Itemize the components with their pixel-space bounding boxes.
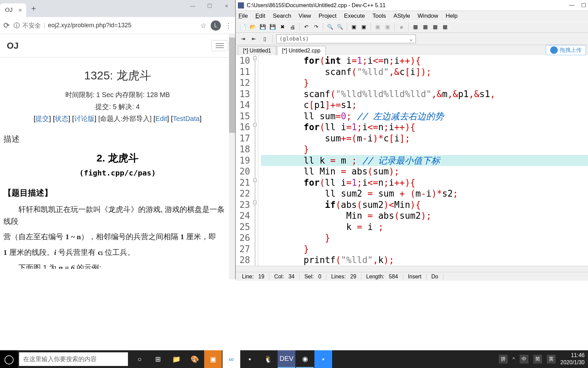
minimize-button[interactable]: — bbox=[569, 2, 574, 9]
taskbar-clock[interactable]: 11:46 2020/1/30 bbox=[560, 352, 585, 366]
ime-indicator[interactable]: 英 bbox=[547, 355, 556, 364]
chrome-icon[interactable]: ◉ bbox=[296, 350, 314, 368]
fold-toggle-icon[interactable]: - bbox=[253, 123, 257, 126]
editor-tab-active[interactable]: [*] Untitled2.cpp bbox=[277, 46, 326, 55]
grid-icon[interactable]: ▦ bbox=[421, 22, 430, 31]
problem-links: [提交] [状态] [讨论版] [命题人:外部导入] [Edit] [TestD… bbox=[3, 114, 232, 123]
zoom-icon[interactable]: ▪ bbox=[314, 350, 332, 368]
grid-icon[interactable]: ▦ bbox=[431, 22, 440, 31]
explorer-icon[interactable]: 📁 bbox=[167, 350, 185, 368]
link-testdata[interactable]: TestData bbox=[173, 115, 200, 122]
tray-chevron-icon[interactable]: ^ bbox=[512, 356, 515, 362]
menu-view[interactable]: View bbox=[299, 13, 311, 19]
cloud-icon bbox=[550, 46, 558, 54]
toggle-icon[interactable]: ▯ bbox=[260, 34, 269, 43]
menu-astyle[interactable]: AStyle bbox=[393, 13, 410, 19]
fold-toggle-icon[interactable]: - bbox=[253, 179, 257, 182]
devcpp-window: C:\Users\86155\Documents\Untitled2.cpp -… bbox=[236, 0, 588, 279]
goto-icon[interactable]: ⇥ bbox=[239, 34, 247, 43]
menu-help[interactable]: Help bbox=[446, 13, 458, 19]
problem-title: 1325: 龙虎斗 bbox=[3, 68, 232, 83]
maximize-button[interactable]: ☐ bbox=[201, 0, 218, 12]
fold-toggle-icon[interactable]: - bbox=[253, 57, 257, 60]
find-icon[interactable]: 🔍 bbox=[326, 22, 334, 31]
link-submit[interactable]: 提交 bbox=[35, 115, 49, 122]
menu-file[interactable]: File bbox=[239, 13, 248, 19]
grid-icon[interactable]: ▦ bbox=[411, 22, 420, 31]
grid-icon[interactable]: ▦ bbox=[441, 22, 450, 31]
print-icon[interactable]: 🖨 bbox=[288, 22, 297, 31]
ime-indicator[interactable]: 中 bbox=[520, 355, 528, 364]
scope-dropdown[interactable]: (globals) ⌄ bbox=[276, 34, 416, 43]
undo-icon[interactable]: ↶ bbox=[302, 22, 311, 31]
close-icon[interactable]: × bbox=[18, 7, 22, 14]
scrollbar-thumb[interactable] bbox=[229, 37, 235, 133]
section-label: 描述 bbox=[3, 134, 232, 144]
debug-icon[interactable]: ▣ bbox=[383, 22, 392, 31]
browser-tab-bar: OJ × + — ☐ × bbox=[0, 0, 235, 17]
fold-toggle-icon[interactable]: - bbox=[253, 201, 257, 204]
menu-execute[interactable]: Execute bbox=[344, 13, 365, 19]
menu-tools[interactable]: Tools bbox=[373, 13, 386, 19]
page-content: 1325: 龙虎斗 时间限制: 1 Sec 内存限制: 128 MB 提交: 5… bbox=[0, 58, 235, 269]
minimize-button[interactable]: — bbox=[184, 0, 201, 12]
editor-tab[interactable]: [*] Untitled1 bbox=[238, 46, 276, 55]
scrollbar[interactable] bbox=[229, 34, 235, 279]
ime-indicator[interactable]: 拼 bbox=[499, 355, 508, 364]
bookmark-icon[interactable]: ⇤ bbox=[249, 34, 258, 43]
reload-icon[interactable]: ⟳ bbox=[3, 21, 10, 30]
new-tab-button[interactable]: + bbox=[31, 4, 36, 13]
menu-icon[interactable]: ⋮ bbox=[225, 21, 232, 30]
menu-project[interactable]: Project bbox=[318, 13, 337, 19]
bookmark-icon[interactable]: ☆ bbox=[200, 21, 207, 30]
qq-icon[interactable]: 🐧 bbox=[259, 350, 277, 368]
debug-icon[interactable]: ▣ bbox=[373, 22, 382, 31]
taskview-icon[interactable]: ⊞ bbox=[149, 350, 167, 368]
menu-window[interactable]: Window bbox=[418, 13, 438, 19]
code-editor[interactable]: 10111213141516171819202122232425262728 -… bbox=[236, 55, 588, 266]
hamburger-menu[interactable] bbox=[211, 40, 228, 51]
close-button[interactable]: × bbox=[218, 0, 235, 12]
menubar: File Edit Search View Project Execute To… bbox=[236, 11, 588, 21]
paint-icon[interactable]: 🎨 bbox=[186, 350, 203, 368]
browser-tab[interactable]: OJ × bbox=[0, 3, 26, 17]
menu-search[interactable]: Search bbox=[273, 13, 291, 19]
app-icon bbox=[238, 2, 244, 9]
maximize-button[interactable]: ☐ bbox=[581, 2, 586, 9]
body-title: 2. 龙虎斗 bbox=[3, 151, 232, 165]
open-file-icon[interactable]: 📂 bbox=[248, 22, 257, 31]
baidu-icon[interactable]: ∞ bbox=[223, 350, 240, 368]
app-icon[interactable]: ▣ bbox=[204, 350, 222, 368]
close-file-icon[interactable]: ✖ bbox=[278, 22, 287, 31]
compile-icon[interactable]: ▣ bbox=[349, 22, 358, 31]
cortana-icon[interactable]: ○ bbox=[131, 350, 148, 368]
url-input[interactable]: ⓘ 不安全 | eoj2.xyz/problem.php?id=1325 bbox=[14, 21, 196, 30]
code-area[interactable]: for(int i=1;i<=n;i++){ scanf("%lld",&c[i… bbox=[258, 55, 588, 266]
devcpp-taskbar-icon[interactable]: DEV bbox=[278, 350, 295, 368]
chevron-down-icon: ⌄ bbox=[409, 35, 413, 42]
start-button[interactable]: ◯ bbox=[0, 350, 18, 368]
taskbar: ◯ 在这里输入你要搜索的内容 ○ ⊞ 📁 🎨 ▣ ∞ ▪ 🐧 DEV ◉ ▪ 拼… bbox=[0, 350, 588, 368]
link-discuss[interactable]: 讨论版 bbox=[74, 115, 95, 122]
link-status[interactable]: 状态 bbox=[55, 115, 68, 122]
taskbar-search[interactable]: 在这里输入你要搜索的内容 bbox=[19, 352, 128, 366]
ime-indicator[interactable]: 简 bbox=[533, 355, 542, 364]
terminal-icon[interactable]: ▪ bbox=[241, 350, 259, 368]
redo-icon[interactable]: ↷ bbox=[312, 22, 321, 31]
upload-button[interactable]: 拖拽上传 bbox=[546, 45, 586, 55]
stop-icon[interactable]: ■ bbox=[397, 22, 406, 31]
body-paragraph: 下面图 1 为 n = 6 的示例: bbox=[3, 262, 232, 269]
new-file-icon[interactable]: 📄 bbox=[239, 22, 247, 31]
horizontal-scrollbar[interactable] bbox=[236, 266, 588, 272]
save-icon[interactable]: 💾 bbox=[258, 22, 267, 31]
site-logo[interactable]: OJ bbox=[7, 41, 19, 51]
replace-icon[interactable]: 🔍 bbox=[336, 22, 344, 31]
profile-avatar[interactable]: L bbox=[211, 20, 221, 31]
save-all-icon[interactable]: 💾 bbox=[268, 22, 277, 31]
address-bar: ⟳ ⓘ 不安全 | eoj2.xyz/problem.php?id=1325 ☆… bbox=[0, 17, 235, 34]
menu-edit[interactable]: Edit bbox=[255, 13, 265, 19]
fold-gutter[interactable]: - - - - bbox=[252, 55, 258, 266]
body-paragraph: 营（自左至右编号 1 ~ n），相邻编号的兵营之间相隔 1 厘米，即 bbox=[3, 231, 232, 243]
run-icon[interactable]: ▣ bbox=[359, 22, 368, 31]
link-edit[interactable]: Edit bbox=[156, 115, 167, 122]
